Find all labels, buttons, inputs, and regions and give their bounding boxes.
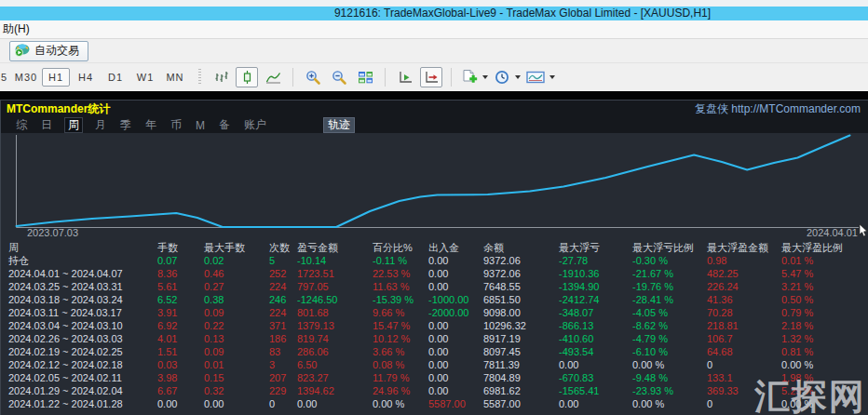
cell: 83 bbox=[269, 345, 297, 358]
cell: -1910.36 bbox=[559, 267, 632, 280]
cell: 0.00 % bbox=[781, 358, 867, 371]
zoom-in-icon[interactable] bbox=[302, 67, 324, 87]
toolbar-separator bbox=[451, 68, 452, 87]
cell: 0.00 bbox=[428, 280, 483, 293]
table-row: 2024.02.19 ~ 2024.02.251.510.0983286.063… bbox=[1, 345, 868, 358]
timeframe-toolbar: 5M30H1H4D1W1MN bbox=[0, 63, 868, 91]
row-label: 2024.02.26 ~ 2024.03.03 bbox=[8, 332, 157, 345]
cell: 0.00 bbox=[428, 384, 483, 397]
standard-toolbar: 自动交易 bbox=[0, 39, 868, 63]
tab-月[interactable]: 月 bbox=[93, 117, 108, 133]
cell: 797.05 bbox=[297, 280, 373, 293]
cell: 0.00 bbox=[428, 267, 483, 280]
cell: 9098.00 bbox=[483, 306, 559, 319]
timeframe-button-MN[interactable]: MN bbox=[161, 68, 189, 87]
cell: 0.09 bbox=[204, 306, 269, 319]
toolbar-separator bbox=[385, 68, 386, 87]
menu-help[interactable]: 助(H) bbox=[0, 21, 33, 37]
tab-轨迹[interactable]: 轨迹 bbox=[323, 117, 355, 133]
dropdown-caret-icon[interactable] bbox=[549, 75, 555, 79]
row-label: 持仓 bbox=[8, 254, 157, 267]
timeframe-button-5[interactable]: 5 bbox=[0, 68, 10, 87]
cell: 218.81 bbox=[707, 319, 781, 332]
tile-windows-icon[interactable] bbox=[354, 67, 376, 87]
cell: 0.22 bbox=[204, 319, 269, 332]
cell: 0.32 bbox=[204, 384, 269, 397]
cell: 2.18 % bbox=[781, 319, 867, 332]
candlestick-chart-icon[interactable] bbox=[236, 67, 258, 87]
column-header: 周 bbox=[8, 241, 157, 254]
balance-chart: 2023.07.03 2024.04.01 bbox=[1, 133, 868, 239]
cell: -2412.74 bbox=[559, 293, 632, 306]
x-axis-label-end: 2024.04.01 bbox=[807, 227, 858, 238]
tab-M[interactable]: M bbox=[194, 119, 207, 132]
autotrading-button[interactable]: 自动交易 bbox=[9, 41, 88, 61]
cell: -1246.50 bbox=[297, 293, 373, 306]
timeframe-button-H1[interactable]: H1 bbox=[42, 68, 70, 87]
cell: -28.41 % bbox=[632, 293, 707, 306]
line-chart-icon[interactable] bbox=[262, 67, 284, 87]
cell: 1.51 bbox=[157, 345, 204, 358]
timeframe-button-M30[interactable]: M30 bbox=[12, 68, 40, 87]
cell: 6851.50 bbox=[483, 293, 559, 306]
cell: -670.83 bbox=[559, 371, 632, 384]
cell: 6.52 bbox=[157, 293, 204, 306]
cell: 0.00 bbox=[204, 397, 269, 410]
mtcommander-panel: MTCommander统计 复盘侠 http://MTCommander.com… bbox=[0, 100, 868, 415]
column-header: 次数 bbox=[269, 241, 297, 254]
tab-综[interactable]: 综 bbox=[14, 117, 29, 133]
cell: 1394.62 bbox=[297, 384, 373, 397]
bar-chart-icon[interactable] bbox=[210, 67, 232, 87]
auto-scroll-icon[interactable] bbox=[394, 67, 416, 87]
timeframe-button-W1[interactable]: W1 bbox=[131, 68, 159, 87]
window-top-edge bbox=[0, 0, 868, 7]
cell: 0.13 bbox=[204, 332, 269, 345]
chart-window-divider bbox=[0, 91, 868, 100]
cell: 5.29 % bbox=[781, 384, 867, 397]
window-title: 9121616: TradeMaxGlobal-Live9 - TradeMax… bbox=[334, 7, 711, 20]
tab-日[interactable]: 日 bbox=[39, 117, 54, 133]
cell: 7811.39 bbox=[483, 358, 559, 371]
cell: 0.00 % bbox=[632, 397, 707, 410]
cell: 0.00 bbox=[428, 254, 483, 267]
timeframe-button-D1[interactable]: D1 bbox=[102, 68, 129, 87]
new-chart-button[interactable] bbox=[460, 67, 489, 87]
row-label: 2024.02.05 ~ 2024.02.11 bbox=[8, 371, 157, 384]
cell: 8.36 bbox=[157, 267, 204, 280]
timeframe-button-H4[interactable]: H4 bbox=[72, 68, 100, 87]
tab-年[interactable]: 年 bbox=[143, 117, 158, 133]
cell: -8.62 % bbox=[632, 319, 707, 332]
tab-季[interactable]: 季 bbox=[118, 117, 133, 133]
cell: -4.79 % bbox=[632, 332, 707, 345]
dropdown-caret-icon[interactable] bbox=[482, 75, 488, 79]
cell: 9372.06 bbox=[483, 267, 559, 280]
cell: 0 bbox=[707, 397, 781, 410]
table-row: 2024.02.05 ~ 2024.02.113.980.15207823.27… bbox=[1, 371, 868, 384]
cell: 0.00 bbox=[297, 397, 373, 410]
tab-币[interactable]: 币 bbox=[169, 117, 183, 133]
toolbar-gripper[interactable] bbox=[197, 69, 202, 86]
chart-shift-icon[interactable] bbox=[420, 67, 442, 87]
cell: 482.25 bbox=[707, 267, 781, 280]
panel-link[interactable]: 复盘侠 http://MTCommander.com bbox=[695, 101, 861, 117]
templates-button[interactable] bbox=[525, 67, 556, 87]
column-header: 最大浮亏 bbox=[559, 241, 632, 254]
cell: 0.00 % bbox=[373, 397, 428, 410]
row-label: 2024.01.29 ~ 2024.02.04 bbox=[8, 384, 157, 397]
row-label: 2024.04.01 ~ 2024.04.07 bbox=[8, 267, 157, 280]
cell: 0.46 bbox=[204, 267, 269, 280]
periods-button[interactable] bbox=[493, 67, 522, 87]
cell: 10.12 % bbox=[373, 332, 428, 345]
tab-周[interactable]: 周 bbox=[64, 117, 83, 133]
cell: -6.10 % bbox=[632, 345, 707, 358]
tab-备[interactable]: 备 bbox=[217, 117, 232, 133]
cell: 7648.55 bbox=[483, 280, 559, 293]
cell: 133.1 bbox=[707, 371, 781, 384]
table-row: 2024.04.01 ~ 2024.04.078.360.462521723.5… bbox=[1, 267, 868, 280]
zoom-out-icon[interactable] bbox=[328, 67, 350, 87]
tab-账户[interactable]: 账户 bbox=[242, 117, 268, 133]
cell: 5.61 bbox=[157, 280, 204, 293]
cell: 3.98 bbox=[157, 371, 204, 384]
dropdown-caret-icon[interactable] bbox=[515, 75, 521, 79]
cell: -1394.90 bbox=[559, 280, 632, 293]
